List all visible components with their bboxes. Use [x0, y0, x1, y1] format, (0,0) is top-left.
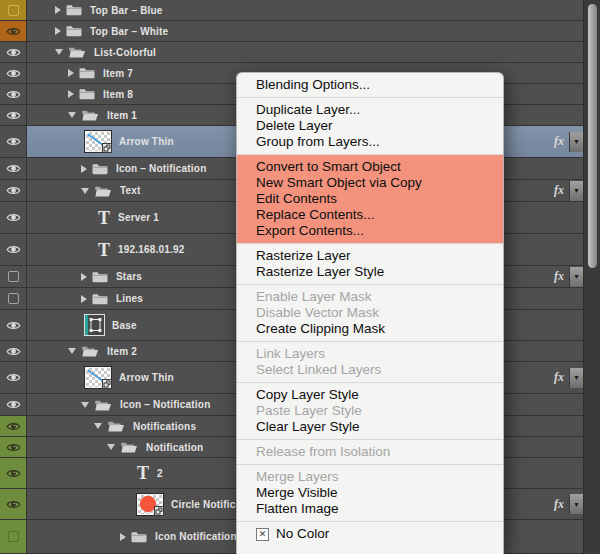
layer-name[interactable]: Item 8 [103, 89, 133, 100]
layer-name[interactable]: Icon – Notification [120, 399, 210, 410]
layer-name[interactable]: Icon Notification [155, 531, 237, 542]
layer-name[interactable]: Server 1 [118, 212, 159, 223]
layer-name[interactable]: List-Colorful [94, 47, 156, 58]
text-layer-icon[interactable]: T [137, 464, 149, 482]
menu-item[interactable]: Rasterize Layer Style [237, 264, 503, 280]
menu-item[interactable]: Delete Layer [237, 118, 503, 134]
menu-item[interactable]: Copy Layer Style [237, 387, 503, 403]
menu-item-label: Merge Layers [256, 469, 339, 485]
folder-closed-icon [131, 531, 147, 543]
fx-expand-button[interactable]: ▼ [569, 132, 583, 152]
disclosure-triangle[interactable] [94, 423, 102, 429]
visibility-toggle[interactable] [0, 202, 27, 233]
menu-item[interactable]: Export Contents... [237, 223, 503, 239]
hidden-layer-box-icon [8, 293, 19, 304]
visibility-toggle[interactable] [0, 63, 27, 83]
visibility-toggle[interactable] [0, 489, 27, 519]
menu-item[interactable]: Replace Contents... [237, 207, 503, 223]
disclosure-triangle[interactable] [55, 6, 61, 14]
menu-item[interactable]: Rasterize Layer [237, 248, 503, 264]
visibility-toggle[interactable] [0, 416, 27, 436]
visibility-toggle[interactable] [0, 84, 27, 104]
layer-name[interactable]: Arrow Thin [119, 372, 174, 383]
hidden-layer-box-icon [8, 531, 19, 542]
menu-section: ✕No Color [237, 522, 503, 546]
visibility-toggle[interactable] [0, 288, 27, 309]
visibility-toggle[interactable] [0, 341, 27, 361]
layer-name[interactable]: Top Bar – Blue [90, 5, 163, 16]
menu-item[interactable]: Merge Visible [237, 485, 503, 501]
smart-object-thumbnail[interactable] [85, 131, 111, 152]
menu-item[interactable]: Flatten Image [237, 501, 503, 517]
fx-expand-button[interactable]: ▼ [569, 267, 583, 287]
disclosure-triangle[interactable] [68, 69, 74, 77]
layer-row[interactable]: List-Colorful [0, 42, 583, 63]
disclosure-triangle[interactable] [55, 27, 61, 35]
visibility-toggle[interactable] [0, 266, 27, 287]
menu-item[interactable]: Duplicate Layer... [237, 102, 503, 118]
text-layer-icon[interactable]: T [98, 209, 110, 227]
visibility-toggle[interactable] [0, 180, 27, 201]
smart-object-thumbnail[interactable] [85, 367, 111, 388]
disclosure-triangle[interactable] [120, 533, 126, 541]
layer-name[interactable]: Notifications [133, 421, 196, 432]
visibility-toggle[interactable] [0, 234, 27, 265]
layer-name[interactable]: Notification [146, 442, 203, 453]
circle-layer-thumbnail[interactable] [137, 494, 163, 515]
fx-expand-button[interactable]: ▼ [569, 494, 583, 514]
disclosure-triangle[interactable] [81, 188, 89, 194]
layer-name[interactable]: Lines [116, 293, 143, 304]
disclosure-triangle[interactable] [81, 273, 87, 281]
layer-name[interactable]: Top Bar – White [90, 26, 168, 37]
layer-name[interactable]: Stars [116, 271, 142, 282]
visibility-toggle[interactable] [0, 310, 27, 340]
visibility-toggle[interactable] [0, 458, 27, 488]
text-layer-icon[interactable]: T [98, 241, 110, 259]
menu-item[interactable]: Group from Layers... [237, 134, 503, 150]
layer-name[interactable]: Text [120, 185, 141, 196]
menu-item: Select Linked Layers [237, 362, 503, 378]
visibility-toggle[interactable] [0, 437, 27, 457]
scrollbar-thumb[interactable] [588, 4, 597, 268]
layer-name[interactable]: Item 7 [103, 68, 133, 79]
layer-name[interactable]: 192.168.01.92 [118, 244, 185, 255]
layer-name[interactable]: Base [112, 320, 137, 331]
disclosure-triangle[interactable] [81, 165, 87, 173]
menu-item[interactable]: Create Clipping Mask [237, 321, 503, 337]
disclosure-triangle[interactable] [68, 112, 76, 118]
layer-name[interactable]: Icon – Notification [116, 163, 206, 174]
layer-name[interactable]: Arrow Thin [119, 136, 174, 147]
menu-item-label: Delete Layer [256, 118, 333, 134]
visibility-toggle[interactable] [0, 394, 27, 415]
layer-name[interactable]: Item 1 [107, 110, 137, 121]
menu-item[interactable]: Blending Options... [237, 77, 503, 93]
fx-icon: fx [554, 269, 564, 284]
visibility-toggle[interactable] [0, 42, 27, 62]
fx-expand-button[interactable]: ▼ [569, 368, 583, 388]
disclosure-triangle[interactable] [68, 90, 74, 98]
visibility-toggle[interactable] [0, 126, 27, 157]
layer-name[interactable]: Item 2 [107, 346, 137, 357]
menu-item[interactable]: Convert to Smart Object [237, 159, 503, 175]
disclosure-triangle[interactable] [68, 348, 76, 354]
fx-expand-button[interactable]: ▼ [569, 181, 583, 201]
visibility-toggle[interactable] [0, 21, 27, 41]
disclosure-triangle[interactable] [107, 444, 115, 450]
visibility-toggle[interactable] [0, 520, 27, 553]
menu-item[interactable]: ✕No Color [237, 526, 503, 542]
disclosure-triangle[interactable] [81, 402, 89, 408]
visibility-toggle[interactable] [0, 0, 27, 20]
disclosure-triangle[interactable] [81, 295, 87, 303]
scrollbar-track[interactable] [583, 0, 600, 554]
visibility-toggle[interactable] [0, 158, 27, 179]
disclosure-triangle[interactable] [55, 49, 63, 55]
layer-name[interactable]: 2 [157, 468, 163, 479]
menu-item[interactable]: Clear Layer Style [237, 419, 503, 435]
visibility-toggle[interactable] [0, 105, 27, 125]
shape-layer-thumbnail[interactable] [85, 315, 104, 335]
visibility-toggle[interactable] [0, 362, 27, 393]
menu-item[interactable]: Edit Contents [237, 191, 503, 207]
layer-row[interactable]: Top Bar – Blue [0, 0, 583, 21]
menu-item[interactable]: New Smart Object via Copy [237, 175, 503, 191]
layer-row[interactable]: Top Bar – White [0, 21, 583, 42]
